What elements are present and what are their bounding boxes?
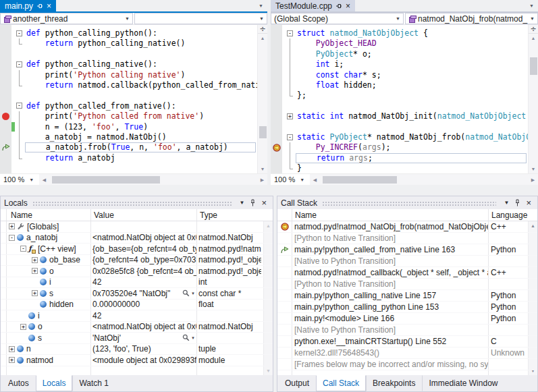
scroll-left-arrow[interactable]: ◀	[310, 175, 320, 184]
scroll-up-arrow[interactable]: ▲	[258, 34, 267, 43]
glyph-margin[interactable]	[271, 80, 282, 90]
tab-testmodule-cpp[interactable]: TestModule.cpp ×	[271, 0, 355, 11]
glyph-margin[interactable]	[0, 70, 11, 80]
locals-row[interactable]: -a_natobj<natmod.NatObj object at 0x0nat…	[1, 233, 273, 244]
vertical-scrollbar[interactable]: ÷ ▲ ▼	[257, 25, 267, 173]
fold-toggle[interactable]: +	[287, 113, 293, 119]
locals-row[interactable]: -ƒ[C++ view]{ob_base={ob_refcnt=4 ob_typ…	[1, 244, 273, 255]
scrollbar-thumb[interactable]	[52, 176, 160, 184]
stack-frame-row[interactable]: [Frames below may be incorrect and/or mi…	[277, 359, 537, 370]
glyph-margin[interactable]	[0, 101, 11, 111]
zoom-selector[interactable]: 100 % ▼	[0, 174, 39, 185]
close-icon[interactable]: ×	[523, 199, 534, 206]
fold-toggle[interactable]: -	[16, 30, 22, 36]
scroll-down-arrow[interactable]: ▼	[258, 165, 267, 173]
column-header-type[interactable]: Type	[196, 209, 263, 221]
callstack-title-bar[interactable]: Call Stack ▼ ×	[277, 196, 537, 209]
locals-row[interactable]: +s0x703520e4 "NatObj"▼const char *	[1, 288, 273, 300]
fold-toggle[interactable]: -	[16, 61, 22, 67]
locals-row[interactable]: +o0x028e5fc8 {ob_refcnt=4 ob_typnatmod.p…	[1, 266, 273, 277]
glyph-margin[interactable]	[271, 122, 282, 132]
value-inspect-button[interactable]: ▼	[182, 289, 196, 297]
tree-expander[interactable]: +	[20, 324, 26, 330]
locals-row[interactable]: i42int	[1, 277, 273, 289]
scrollbar-thumb[interactable]	[530, 57, 537, 75]
stack-frame-row[interactable]: main.py!python_calling_native Line 157Py…	[277, 290, 537, 302]
glyph-margin[interactable]	[0, 153, 11, 163]
tool-tab-immediate-window[interactable]: Immediate Window	[422, 375, 504, 391]
tree-expander[interactable]: +	[9, 223, 15, 229]
member-dropdown[interactable]: ▼	[134, 13, 267, 24]
glyph-margin[interactable]	[271, 59, 282, 69]
stack-frame-row[interactable]: [Python to Native Transition]	[277, 233, 537, 244]
window-menu-chevron-icon[interactable]: ▼	[501, 200, 512, 206]
scroll-down-arrow[interactable]: ▼	[264, 366, 273, 375]
tab-list-chevron-icon[interactable]: ▼	[525, 3, 538, 8]
scrollbar-thumb[interactable]	[259, 126, 267, 138]
horizontal-scrollbar[interactable]: ◀ ▶	[39, 174, 267, 185]
zoom-selector[interactable]: 100 % ▼	[271, 174, 310, 185]
thread-dropdown[interactable]: another_thread ▼	[0, 13, 133, 24]
stack-frame-row[interactable]: main.py!python_calling_python Line 153Py…	[277, 302, 537, 313]
stack-frame-row[interactable]: [Native to Python Transition]	[277, 325, 537, 336]
glyph-margin[interactable]	[271, 101, 282, 111]
glyph-margin[interactable]	[271, 111, 282, 121]
splitter-handle[interactable]: ÷	[529, 25, 538, 34]
glyph-margin[interactable]	[0, 80, 11, 90]
glyph-margin[interactable]	[271, 28, 282, 38]
column-header-name[interactable]: Name	[6, 209, 90, 221]
glyph-margin[interactable]	[0, 49, 11, 59]
stack-frame-row[interactable]: [Python to Native Transition]	[277, 279, 537, 290]
vertical-scrollbar[interactable]: ÷ ▲ ▼	[528, 25, 538, 173]
locals-title-bar[interactable]: Locals ▼ ×	[1, 196, 273, 209]
tree-expander[interactable]: -	[20, 246, 26, 252]
glyph-margin[interactable]	[0, 90, 11, 101]
column-header-value[interactable]: Value	[90, 209, 196, 221]
value-inspect-button[interactable]: ▼	[182, 334, 196, 341]
locals-row[interactable]: +ob_base{ob_refcnt=4 ob_type=0x703520nat…	[1, 255, 273, 267]
tool-tab-breakpoints[interactable]: Breakpoints	[366, 375, 422, 391]
glyph-margin[interactable]	[0, 111, 11, 121]
glyph-margin[interactable]	[0, 132, 11, 142]
tab-list-chevron-icon[interactable]: ▼	[254, 3, 267, 8]
close-icon[interactable]: ×	[47, 3, 51, 9]
code-editor-python[interactable]: -def python_calling_python(): return pyt…	[0, 25, 267, 173]
horizontal-splitter[interactable]	[0, 185, 538, 196]
fold-toggle[interactable]: -	[16, 103, 22, 109]
stack-frame-row[interactable]: python.exe!__tmainCRTStartup() Line 552C	[277, 336, 537, 347]
locals-row[interactable]: +natmod<module object at 0x029893f8modul…	[1, 355, 273, 366]
code-editor-cpp[interactable]: -struct natmod_NatObjObject { PyObject_H…	[271, 25, 538, 173]
glyph-margin[interactable]	[0, 122, 11, 132]
fold-toggle[interactable]: -	[287, 134, 293, 140]
scroll-up-arrow[interactable]: ▲	[529, 34, 538, 43]
member-dropdown[interactable]: natmod_NatObj_frob(natmod_ ▼	[405, 13, 538, 24]
pin-icon[interactable]	[335, 3, 342, 9]
stack-frame-row[interactable]: main.py!python_called_from_native Line 1…	[277, 244, 537, 256]
close-icon[interactable]: ×	[346, 3, 350, 9]
breakpoint-icon[interactable]	[2, 113, 9, 120]
scrollbar-track[interactable]	[320, 174, 528, 185]
glyph-margin[interactable]	[271, 49, 282, 59]
tab-main-py[interactable]: main.py ×	[0, 0, 56, 11]
horizontal-scrollbar[interactable]: ◀ ▶	[310, 174, 538, 185]
fold-toggle[interactable]: -	[287, 30, 293, 36]
tree-expander[interactable]: +	[32, 257, 38, 263]
scroll-right-arrow[interactable]: ▶	[257, 175, 267, 184]
stack-frame-row[interactable]: kernel32.dll!75648543()Unknown	[277, 347, 537, 359]
tree-expander[interactable]: +	[9, 346, 15, 352]
tool-tab-locals[interactable]: Locals	[36, 375, 73, 391]
pin-icon[interactable]	[512, 199, 523, 207]
glyph-margin[interactable]	[271, 90, 282, 101]
window-menu-chevron-icon[interactable]: ▼	[236, 200, 247, 206]
scope-dropdown[interactable]: (Global Scope) ▼	[271, 13, 404, 24]
glyph-margin[interactable]	[0, 142, 11, 152]
glyph-margin[interactable]	[271, 38, 282, 49]
glyph-margin[interactable]	[271, 142, 282, 152]
glyph-margin[interactable]	[271, 163, 282, 173]
tool-tab-call-stack[interactable]: Call Stack	[316, 375, 366, 391]
pin-icon[interactable]	[36, 3, 43, 9]
glyph-margin[interactable]	[271, 70, 282, 80]
splitter-handle[interactable]: ÷	[258, 25, 267, 34]
drag-grip[interactable]	[32, 201, 232, 206]
glyph-margin[interactable]	[0, 59, 11, 69]
